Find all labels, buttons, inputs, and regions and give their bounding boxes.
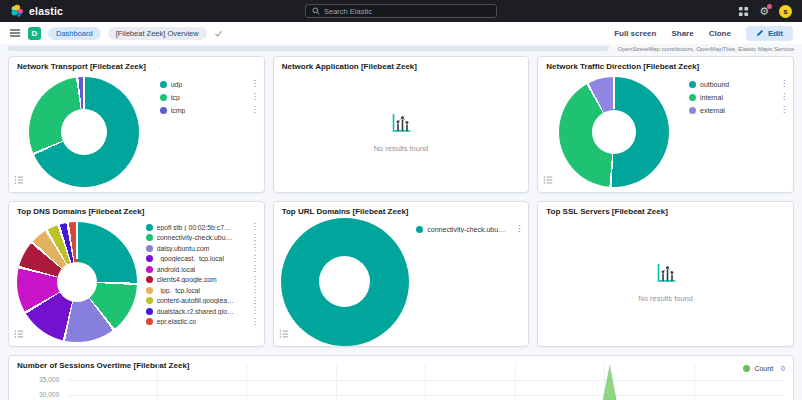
search-input[interactable] [324,7,490,16]
topbar-actions: ⚙ s [738,5,792,18]
legend-toggle-icon[interactable] [279,327,289,342]
user-avatar[interactable]: s [779,5,792,18]
avatar-initial: s [783,7,787,16]
elastic-brand[interactable]: elastic [10,4,63,18]
global-search[interactable] [305,4,497,18]
legend-item[interactable]: _googlecast._tcp.local⋮ [146,255,259,263]
legend-swatch [146,308,153,315]
legend-item-menu-icon[interactable]: ⋮ [251,80,259,88]
legend-swatch [689,107,696,114]
elastic-logo-icon [10,4,24,18]
legend-item[interactable]: epr.elastic.co⋮ [146,318,259,326]
donut-hole [592,110,636,154]
legend-toggle-icon[interactable] [14,173,24,188]
legend-item[interactable]: daisy.ubuntu.com⋮ [146,244,259,252]
legend-swatch [146,287,153,294]
y-axis-tick: 30,000 [17,391,59,398]
no-results-text: No results found [638,294,693,303]
donut-chart-url-domains[interactable] [281,218,409,346]
share-button[interactable]: Share [671,29,693,38]
legend-item[interactable]: _ipp._tcp.local⋮ [146,286,259,294]
legend-swatch [146,276,153,283]
notifications-icon[interactable]: ⚙ [759,6,769,17]
legend-item-menu-icon[interactable]: ⋮ [251,106,259,114]
legend-item-menu-icon[interactable]: ⋮ [251,265,259,273]
legend-item[interactable]: epofl stb ( 00:02:5b:c7…⋮ [146,223,259,231]
legend-item[interactable]: external⋮ [689,106,788,114]
legend-item[interactable]: android.local⋮ [146,265,259,273]
no-results-chart-icon [654,261,678,285]
legend-label: external [700,107,725,114]
legend-label: tcp [171,94,180,101]
legend-item-menu-icon[interactable]: ⋮ [251,286,259,294]
legend-swatch [689,81,696,88]
panel-network-traffic-direction: Network Traffic Direction [Filebeat Zeek… [537,56,794,193]
legend-item-menu-icon[interactable]: ⋮ [515,225,523,233]
legend-item[interactable]: content-autofill.googlea…⋮ [146,297,259,305]
legend-label: connectivity-check.ubu… [427,226,505,233]
legend-item-menu-icon[interactable]: ⋮ [251,297,259,305]
count-legend[interactable]: Count 0 [743,365,785,372]
legend-toggle-icon[interactable] [14,327,24,342]
legend-item-menu-icon[interactable]: ⋮ [251,318,259,326]
breadcrumb-current-dashboard[interactable]: [Filebeat Zeek] Overview [108,27,207,40]
breadcrumb-dashboard[interactable]: Dashboard [48,27,101,40]
legend-item-menu-icon[interactable]: ⋮ [251,255,259,263]
top-navigation-bar: elastic ⚙ s [0,0,802,22]
menu-icon[interactable] [9,27,21,39]
legend-item-menu-icon[interactable]: ⋮ [251,307,259,315]
legend-swatch [146,245,153,252]
legend-label: android.local [157,266,196,273]
legend-item[interactable]: clients4.google.com⋮ [146,276,259,284]
chart-legend: epofl stb ( 00:02:5b:c7…⋮connectivity-ch… [146,217,264,346]
panel-top-ssl-servers: Top SSL Servers [Filebeat Zeek] No resul… [537,201,794,347]
legend-item[interactable]: udp⋮ [160,80,259,88]
legend-label: epofl stb ( 00:02:5b:c7… [157,224,231,231]
panel-top-dns-domains: Top DNS Domains [Filebeat Zeek] epofl st… [8,201,265,347]
map-attribution-links[interactable]: OpenStreetMap contributors, OpenMapTiles… [617,46,794,52]
panel-title: Network Traffic Direction [Filebeat Zeek… [538,57,793,72]
map-panel-edge [8,46,609,51]
legend-item[interactable]: tcp⋮ [160,93,259,101]
legend-label: _googlecast._tcp.local [157,255,224,262]
pencil-icon [756,29,764,37]
legend-item-menu-icon[interactable]: ⋮ [251,234,259,242]
donut-hole [61,109,107,155]
count-legend-value: 0 [781,365,785,372]
full-screen-button[interactable]: Full screen [614,29,656,38]
panel-network-transport: Network Transport [Filebeat Zeek] udp⋮tc… [8,56,265,193]
clone-button[interactable]: Clone [709,29,731,38]
edit-button[interactable]: Edit [746,26,793,41]
panel-title: Top DNS Domains [Filebeat Zeek] [9,202,264,217]
legend-item[interactable]: dualstack.r2.shared.glo…⋮ [146,307,259,315]
panel-title: Network Application [Filebeat Zeek] [274,57,529,72]
legend-swatch [146,255,153,262]
legend-swatch [146,318,153,325]
dashboard-grid: Network Transport [Filebeat Zeek] udp⋮tc… [0,53,802,347]
legend-item[interactable]: icmp⋮ [160,106,259,114]
donut-hole [57,262,97,302]
space-initial: D [32,29,38,38]
legend-item[interactable]: internal⋮ [689,93,788,101]
legend-item-menu-icon[interactable]: ⋮ [780,93,788,101]
legend-toggle-icon[interactable] [543,173,553,188]
donut-chart-network-transport[interactable] [29,77,139,187]
brand-name: elastic [29,5,63,17]
legend-item[interactable]: connectivity-check.ubu…⋮ [416,225,523,233]
timeseries-plot[interactable] [67,364,783,400]
legend-item-menu-icon[interactable]: ⋮ [251,244,259,252]
space-badge[interactable]: D [28,27,41,40]
legend-item-menu-icon[interactable]: ⋮ [780,80,788,88]
panel-top-url-domains: Top URL Domains [Filebeat Zeek] connecti… [273,201,530,347]
legend-item[interactable]: outbound⋮ [689,80,788,88]
legend-item-menu-icon[interactable]: ⋮ [251,223,259,231]
legend-item-menu-icon[interactable]: ⋮ [780,106,788,114]
kibana-dashboard-app: elastic ⚙ s [0,0,802,400]
legend-item-menu-icon[interactable]: ⋮ [251,276,259,284]
legend-item[interactable]: connectivity-check.ubu…⋮ [146,234,259,242]
apps-grid-icon[interactable] [738,6,749,17]
legend-label: epr.elastic.co [157,318,197,325]
pie-chart-dns-domains[interactable] [17,222,137,342]
legend-item-menu-icon[interactable]: ⋮ [251,93,259,101]
donut-chart-traffic-direction[interactable] [559,77,669,187]
